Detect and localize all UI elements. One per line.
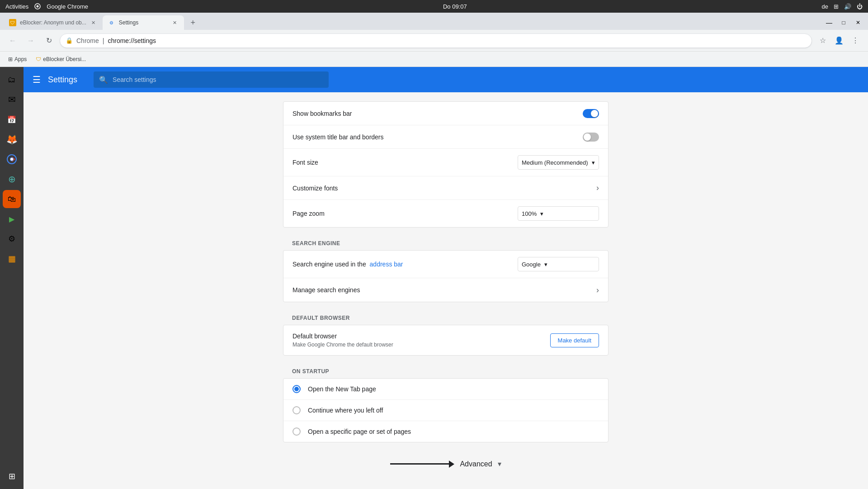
new-tab-button[interactable]: +: [186, 15, 200, 30]
startup-label-specific: Open a specific page or set of pages: [308, 428, 411, 435]
network-icon: ⊞: [834, 3, 839, 10]
address-bar-row: ← → ↻ 🔒 Chrome | chrome://settings ☆ 👤 ⋮: [0, 30, 868, 52]
use-system-title-bar-toggle[interactable]: [583, 133, 599, 142]
startup-option-new-tab[interactable]: Open the New Tab page: [283, 379, 608, 400]
arrow-head: [449, 461, 454, 468]
settings-content: Show bookmarks bar Use system title bar …: [283, 92, 609, 489]
search-engine-label: Search engine used in the address bar: [292, 261, 518, 268]
chrome-text: Chrome: [76, 37, 99, 44]
bookmark-button[interactable]: ☆: [816, 33, 830, 48]
bookmark-eblocker-label: eBlocker Übersi...: [43, 56, 86, 62]
search-engine-row: Search engine used in the address bar Go…: [283, 251, 608, 278]
app-icon-grid[interactable]: ⊞: [3, 467, 21, 485]
radio-new-tab[interactable]: [292, 385, 301, 393]
search-engine-value: Google: [522, 261, 541, 268]
bookmarks-bar: ⊞ Apps 🛡 eBlocker Übersi...: [0, 52, 868, 67]
font-size-dropdown-arrow: ▾: [592, 159, 595, 166]
os-topbar-center: Do 09:07: [443, 3, 467, 10]
address-bar-link[interactable]: address bar: [370, 261, 403, 268]
startup-option-specific[interactable]: Open a specific page or set of pages: [283, 421, 608, 442]
menu-button[interactable]: ⋮: [848, 33, 863, 48]
os-topbar-right: de ⊞ 🔊 ⏻: [822, 3, 863, 10]
font-size-label: Font size: [292, 159, 518, 166]
search-icon: 🔍: [99, 76, 108, 84]
settings-page-title: Settings: [48, 75, 77, 85]
os-topbar-left: Activities Google Chrome: [5, 3, 88, 10]
app-icon-mail[interactable]: ✉: [3, 90, 21, 109]
address-bar-actions: ☆ 👤 ⋮: [816, 33, 863, 48]
settings-hamburger-icon[interactable]: ☰: [33, 74, 41, 85]
forward-button[interactable]: →: [24, 33, 38, 48]
tab-close-eblocker[interactable]: ✕: [90, 19, 97, 26]
page-zoom-label: Page zoom: [292, 210, 518, 217]
settings-page: ☰ Settings 🔍 Show bookmarks bar: [24, 67, 868, 489]
settings-search-input[interactable]: [113, 76, 323, 83]
close-button[interactable]: ✕: [852, 17, 864, 28]
app-icon-vpn[interactable]: ⊕: [3, 170, 21, 188]
svg-point-4: [10, 158, 13, 161]
customize-fonts-arrow: ›: [596, 183, 599, 193]
os-sidebar: 🗂 ✉ 📅 🦊 ⊕ 🛍 ▶ ⚙ ▦ ⊞: [0, 67, 24, 489]
search-engine-heading: Search engine: [283, 231, 609, 250]
make-default-button[interactable]: Make default: [550, 333, 599, 347]
page-zoom-dropdown-arrow: ▾: [540, 210, 543, 217]
tab-close-settings[interactable]: ✕: [171, 19, 179, 26]
app-icon-calendar[interactable]: 📅: [3, 110, 21, 128]
page-zoom-value: 100%: [522, 210, 537, 217]
svg-point-1: [37, 5, 39, 8]
use-system-title-bar-label: Use system title bar and borders: [292, 133, 583, 141]
url-text: chrome://settings: [108, 37, 156, 44]
address-separator: |: [103, 37, 104, 44]
app-icon-chrome[interactable]: [3, 150, 21, 168]
tab-settings[interactable]: ⚙ Settings ✕: [103, 15, 184, 30]
settings-body: Show bookmarks bar Use system title bar …: [24, 92, 868, 489]
os-topbar: Activities Google Chrome Do 09:07 de ⊞ 🔊…: [0, 0, 868, 13]
app-icon-tools[interactable]: ⚙: [3, 230, 21, 248]
settings-search-bar[interactable]: 🔍: [94, 71, 329, 88]
bookmark-eblocker[interactable]: 🛡 eBlocker Übersi...: [33, 54, 89, 65]
advanced-label[interactable]: Advanced: [460, 460, 492, 468]
app-icon-software[interactable]: 🛍: [3, 190, 21, 208]
app-icon-firefox[interactable]: 🦊: [3, 130, 21, 148]
search-engine-dropdown[interactable]: Google ▾: [518, 257, 599, 271]
maximize-button[interactable]: □: [837, 17, 850, 28]
chrome-icon-top: [34, 3, 41, 10]
back-button[interactable]: ←: [5, 33, 20, 48]
settings-header: ☰ Settings 🔍: [24, 67, 868, 92]
startup-label-continue: Continue where you left off: [308, 407, 383, 414]
advanced-expand-icon[interactable]: ▾: [498, 460, 501, 468]
address-bar[interactable]: 🔒 Chrome | chrome://settings: [60, 33, 812, 48]
app-icon-terminal[interactable]: ▶: [3, 210, 21, 228]
bookmark-apps[interactable]: ⊞ Apps: [5, 54, 29, 65]
font-size-row: Font size Medium (Recommended) ▾: [283, 149, 608, 176]
minimize-button[interactable]: —: [823, 17, 835, 28]
font-size-dropdown[interactable]: Medium (Recommended) ▾: [518, 155, 599, 170]
default-browser-info: Default browser Make Google Chrome the d…: [292, 332, 550, 348]
search-engine-card: Search engine used in the address bar Go…: [283, 250, 609, 302]
manage-search-engines-arrow: ›: [596, 285, 599, 295]
app-icon-dashboard[interactable]: ▦: [3, 250, 21, 268]
show-bookmarks-bar-toggle[interactable]: [583, 109, 599, 118]
customize-fonts-row[interactable]: Customize fonts ›: [283, 176, 608, 200]
search-engine-dropdown-arrow: ▾: [544, 261, 547, 268]
use-system-title-bar-row: Use system title bar and borders: [283, 125, 608, 149]
tab-eblocker[interactable]: 🛡 eBlocker: Anonym und ob... ✕: [4, 15, 103, 30]
reload-button[interactable]: ↻: [42, 33, 56, 48]
radio-specific[interactable]: [292, 427, 301, 436]
profile-button[interactable]: 👤: [832, 33, 846, 48]
activities-label[interactable]: Activities: [5, 3, 28, 10]
manage-search-engines-label: Manage search engines: [292, 286, 596, 294]
startup-option-continue[interactable]: Continue where you left off: [283, 400, 608, 421]
lock-icon: 🔒: [66, 37, 73, 44]
app-icon-files[interactable]: 🗂: [3, 71, 21, 89]
page-zoom-dropdown[interactable]: 100% ▾: [518, 206, 599, 221]
radio-inner-new-tab: [294, 387, 299, 391]
show-bookmarks-bar-row: Show bookmarks bar: [283, 102, 608, 125]
power-icon[interactable]: ⏻: [857, 3, 863, 10]
language-selector[interactable]: de: [822, 3, 828, 10]
manage-search-engines-row[interactable]: Manage search engines ›: [283, 278, 608, 302]
show-bookmarks-bar-label: Show bookmarks bar: [292, 110, 583, 117]
radio-continue[interactable]: [292, 406, 301, 414]
default-browser-subtitle: Make Google Chrome the default browser: [292, 342, 550, 348]
tab-favicon-eblocker: 🛡: [9, 19, 16, 26]
